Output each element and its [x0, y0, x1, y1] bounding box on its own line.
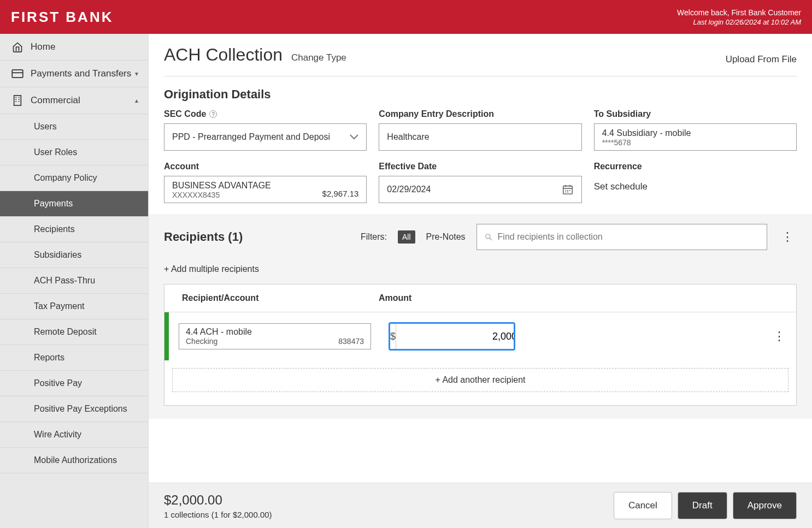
sec-code-select[interactable]: PPD - Prearranged Payment and Deposi [164, 123, 367, 151]
total-amount: $2,000.00 [164, 493, 272, 508]
recipient-name: 4.4 ACH - mobile [186, 327, 364, 337]
sidebar-item-positive-pay[interactable]: Positive Pay [0, 371, 148, 396]
footer-bar: $2,000.00 1 collections (1 for $2,000.00… [149, 483, 812, 528]
chevron-up-icon: ▴ [135, 97, 138, 104]
search-icon [485, 233, 492, 241]
cancel-button[interactable]: Cancel [614, 492, 672, 519]
company-entry-description-input[interactable]: Healthcare [379, 123, 581, 151]
sec-code-label-text: SEC Code [164, 109, 206, 119]
total-summary: 1 collections (1 for $2,000.00) [164, 510, 272, 519]
recipient-search-input[interactable] [498, 232, 759, 242]
help-icon[interactable]: ? [209, 110, 217, 118]
filter-prenotes[interactable]: Pre-Notes [426, 232, 466, 242]
approve-button[interactable]: Approve [733, 492, 797, 519]
amount-input[interactable] [396, 324, 515, 349]
sidebar-item-recipients[interactable]: Recipients [0, 217, 148, 242]
sidebar-item-ach-passthru[interactable]: ACH Pass-Thru [0, 268, 148, 294]
sidebar-label: Payments and Transfers [31, 68, 135, 79]
svg-line-19 [489, 238, 491, 240]
sidebar-item-tax-payment[interactable]: Tax Payment [0, 294, 148, 319]
sidebar-label: Home [31, 41, 138, 52]
page-title: ACH Collection [164, 45, 283, 65]
filters-label: Filters: [361, 232, 387, 242]
home-icon [10, 41, 25, 52]
bank-logo: FIRST BANK [11, 9, 113, 26]
subsidiary-number: ****5678 [602, 138, 789, 147]
subsidiary-name: 4.4 Subsidiary - mobile [602, 128, 789, 138]
change-type-link[interactable]: Change Type [291, 52, 346, 63]
chevron-down-icon: ▾ [135, 70, 138, 78]
sec-code-label: SEC Code ? [164, 109, 367, 119]
sidebar-item-commercial[interactable]: Commercial ▴ [0, 87, 148, 114]
sidebar-item-home[interactable]: Home [0, 34, 148, 61]
svg-point-18 [485, 234, 490, 239]
building-icon [10, 95, 25, 106]
sec-code-value: PPD - Prearranged Payment and Deposi [172, 132, 330, 142]
recipient-account-type: Checking [186, 337, 217, 346]
sidebar-item-company-policy[interactable]: Company Policy [0, 165, 148, 191]
sidebar-item-user-roles[interactable]: User Roles [0, 140, 148, 165]
recipients-title: Recipients (1) [164, 230, 350, 244]
account-balance: $2,967.13 [322, 189, 359, 198]
effective-date-input[interactable]: 02/29/2024 [379, 176, 581, 203]
recipient-search[interactable] [476, 224, 767, 250]
sidebar-item-wire-activity[interactable]: Wire Activity [0, 422, 148, 448]
amount-input-wrapper: $ [389, 322, 515, 351]
card-icon [10, 69, 25, 78]
table-row: 4.4 ACH - mobile Checking 838473 $ [164, 312, 796, 360]
effective-date-value: 02/29/2024 [387, 185, 431, 194]
last-login: Last login 02/26/2024 at 10:02 AM [677, 18, 801, 26]
chevron-down-icon [350, 134, 358, 140]
sidebar-item-reports[interactable]: Reports [0, 345, 148, 371]
filter-all[interactable]: All [398, 230, 415, 244]
upload-from-file-link[interactable]: Upload From File [726, 54, 797, 65]
dollar-icon: $ [390, 324, 396, 349]
sidebar: Home Payments and Transfers ▾ Commercial… [0, 34, 149, 528]
column-amount: Amount [379, 293, 510, 303]
sidebar-item-payments[interactable]: Payments [0, 191, 148, 217]
recipient-account-number: 838473 [338, 337, 364, 346]
to-subsidiary-label: To Subsidiary [594, 109, 797, 119]
sidebar-item-users[interactable]: Users [0, 114, 148, 140]
effective-date-label: Effective Date [379, 162, 581, 171]
set-schedule-link[interactable]: Set schedule [594, 176, 797, 192]
sidebar-item-remote-deposit[interactable]: Remote Deposit [0, 319, 148, 345]
recipients-table: Recipient/Account Amount 4.4 ACH - mobil… [164, 284, 797, 406]
sidebar-item-positive-pay-exceptions[interactable]: Positive Pay Exceptions [0, 396, 148, 422]
svg-rect-9 [563, 186, 572, 194]
column-recipient: Recipient/Account [182, 293, 379, 303]
add-another-recipient[interactable]: + Add another recipient [172, 368, 789, 392]
add-multiple-recipients-link[interactable]: + Add multiple recipients [164, 264, 797, 274]
ced-value: Healthcare [387, 132, 429, 142]
sidebar-item-mobile-auth[interactable]: Mobile Authorizations [0, 448, 148, 473]
calendar-icon [562, 183, 574, 195]
ced-label: Company Entry Description [379, 109, 581, 119]
recipients-more-menu[interactable]: ⋮ [778, 230, 797, 244]
svg-rect-0 [12, 70, 23, 78]
account-select[interactable]: BUSINESS ADVANTAGE XXXXXX8435 $2,967.13 [164, 176, 367, 203]
sidebar-label: Commercial [31, 95, 135, 106]
welcome-text: Welcome back, First Bank Customer [677, 8, 801, 17]
welcome-block: Welcome back, First Bank Customer Last l… [677, 8, 801, 26]
app-header: FIRST BANK Welcome back, First Bank Cust… [0, 0, 812, 34]
recipient-select[interactable]: 4.4 ACH - mobile Checking 838473 [179, 323, 371, 349]
draft-button[interactable]: Draft [678, 492, 727, 519]
to-subsidiary-select[interactable]: 4.4 Subsidiary - mobile ****5678 [594, 123, 797, 151]
recurrence-label: Recurrence [594, 162, 797, 171]
svg-rect-2 [14, 96, 21, 105]
sidebar-item-payments-transfers[interactable]: Payments and Transfers ▾ [0, 61, 148, 87]
sidebar-item-subsidiaries[interactable]: Subsidiaries [0, 242, 148, 268]
account-label: Account [164, 162, 367, 171]
origination-title: Origination Details [164, 87, 797, 102]
row-more-menu[interactable]: ⋮ [773, 329, 785, 343]
